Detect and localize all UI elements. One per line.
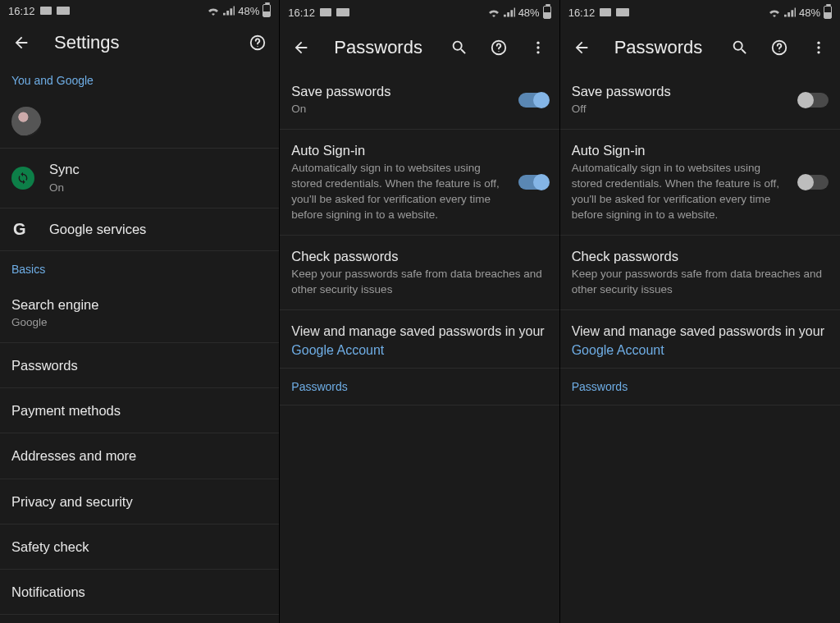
svg-point-6	[536, 51, 539, 53]
privacy-row[interactable]: Privacy and security	[0, 479, 279, 525]
signal-icon	[784, 7, 796, 17]
check-passwords-sub: Keep your passwords safe from data breac…	[572, 267, 829, 298]
auto-signin-toggle[interactable]	[518, 175, 548, 190]
help-button[interactable]	[763, 31, 796, 64]
google-g-icon: G	[11, 220, 34, 239]
manage-text: View and manage saved passwords in your	[572, 324, 824, 338]
sync-icon	[11, 167, 34, 190]
manage-passwords-row[interactable]: View and manage saved passwords in your …	[280, 310, 559, 369]
svg-point-3	[498, 51, 499, 52]
check-passwords-sub: Keep your passwords safe from data breac…	[291, 267, 547, 298]
save-passwords-sub: On	[291, 102, 509, 117]
battery-icon	[543, 6, 551, 19]
auto-signin-row[interactable]: Auto Sign-in Automatically sign in to we…	[560, 130, 840, 236]
auto-signin-title: Auto Sign-in	[291, 141, 509, 159]
overflow-button[interactable]	[522, 31, 555, 64]
google-account-link[interactable]: Google Account	[291, 343, 384, 357]
save-passwords-row[interactable]: Save passwords Off	[560, 71, 840, 130]
passwords-subheader: Passwords	[280, 369, 559, 405]
image-indicator-icon	[40, 7, 52, 15]
check-passwords-title: Check passwords	[572, 247, 829, 265]
back-button[interactable]	[565, 31, 598, 64]
check-passwords-title: Check passwords	[291, 247, 547, 265]
help-circle-icon	[770, 39, 788, 57]
wifi-icon	[207, 6, 220, 16]
app-bar: Passwords	[560, 25, 840, 71]
back-button[interactable]	[285, 31, 317, 64]
auto-signin-toggle[interactable]	[799, 175, 829, 190]
passwords-row[interactable]: Passwords	[0, 343, 279, 388]
screen-settings: 16:12 48% Settings You and Google	[0, 0, 280, 623]
manage-passwords-row[interactable]: View and manage saved passwords in your …	[560, 310, 840, 369]
more-vert-icon	[530, 39, 546, 56]
google-services-label: Google services	[49, 220, 267, 238]
overflow-button[interactable]	[802, 31, 835, 64]
battery-pct: 48%	[238, 5, 259, 17]
auto-signin-sub: Automatically sign in to websites using …	[572, 161, 791, 223]
clock: 16:12	[568, 7, 596, 19]
auto-signin-sub: Automatically sign in to websites using …	[291, 161, 509, 223]
cc-indicator-icon	[616, 8, 629, 16]
cc-indicator-icon	[57, 7, 70, 15]
notifications-row[interactable]: Notifications	[0, 570, 279, 615]
google-account-link[interactable]: Google Account	[572, 343, 664, 357]
battery-icon	[824, 6, 832, 19]
search-icon	[731, 39, 749, 57]
screen-passwords-off: 16:12 48% Passwords	[560, 0, 840, 623]
arrow-left-icon	[573, 39, 591, 57]
svg-point-8	[778, 51, 779, 52]
back-button[interactable]	[5, 26, 38, 59]
avatar	[11, 107, 41, 136]
cc-indicator-icon	[336, 8, 349, 16]
status-bar: 16:12 48%	[280, 0, 559, 25]
search-engine-row[interactable]: Search engine Google	[0, 284, 279, 343]
save-passwords-sub: Off	[572, 102, 791, 117]
search-button[interactable]	[443, 31, 476, 64]
auto-signin-title: Auto Sign-in	[572, 141, 791, 159]
more-vert-icon	[810, 39, 827, 56]
help-button[interactable]	[482, 31, 515, 64]
svg-point-10	[817, 46, 819, 48]
passwords-subheader: Passwords	[560, 369, 840, 405]
google-services-row[interactable]: G Google services	[0, 208, 279, 251]
arrow-left-icon	[12, 34, 30, 52]
payment-methods-row[interactable]: Payment methods	[0, 388, 279, 433]
check-passwords-row[interactable]: Check passwords Keep your passwords safe…	[280, 236, 559, 310]
image-indicator-icon	[320, 8, 331, 16]
section-you-and-google: You and Google	[0, 62, 279, 95]
battery-icon	[262, 4, 271, 17]
status-bar: 16:12 48%	[0, 0, 279, 22]
arrow-left-icon	[292, 39, 310, 57]
safety-check-row[interactable]: Safety check	[0, 525, 279, 570]
svg-point-9	[817, 42, 819, 44]
save-passwords-toggle[interactable]	[799, 93, 829, 108]
auto-signin-row[interactable]: Auto Sign-in Automatically sign in to we…	[280, 130, 559, 236]
save-passwords-toggle[interactable]	[518, 93, 548, 108]
page-title: Passwords	[605, 37, 717, 58]
signal-icon	[223, 6, 235, 16]
search-button[interactable]	[724, 31, 756, 64]
help-circle-icon	[249, 34, 267, 52]
sync-row[interactable]: Sync On	[0, 149, 279, 208]
account-row[interactable]	[0, 95, 279, 148]
svg-point-4	[536, 42, 539, 44]
wifi-icon	[487, 7, 500, 17]
addresses-row[interactable]: Addresses and more	[0, 433, 279, 479]
battery-pct: 48%	[799, 7, 820, 19]
search-engine-title: Search engine	[11, 295, 267, 314]
sync-sub: On	[49, 181, 267, 196]
help-button[interactable]	[241, 26, 274, 59]
app-bar: Settings	[0, 22, 279, 63]
manage-text: View and manage saved passwords in your	[291, 324, 544, 338]
page-title: Settings	[44, 32, 235, 53]
check-passwords-row[interactable]: Check passwords Keep your passwords safe…	[560, 236, 840, 310]
save-passwords-title: Save passwords	[572, 82, 791, 100]
search-engine-sub: Google	[11, 315, 267, 331]
svg-point-1	[258, 45, 258, 46]
screen-passwords-on: 16:12 48% Passwords	[280, 0, 559, 623]
save-passwords-title: Save passwords	[291, 82, 509, 100]
section-basics: Basics	[0, 251, 279, 284]
theme-row[interactable]: Theme	[0, 615, 279, 623]
page-title: Passwords	[324, 37, 436, 58]
save-passwords-row[interactable]: Save passwords On	[280, 71, 559, 130]
